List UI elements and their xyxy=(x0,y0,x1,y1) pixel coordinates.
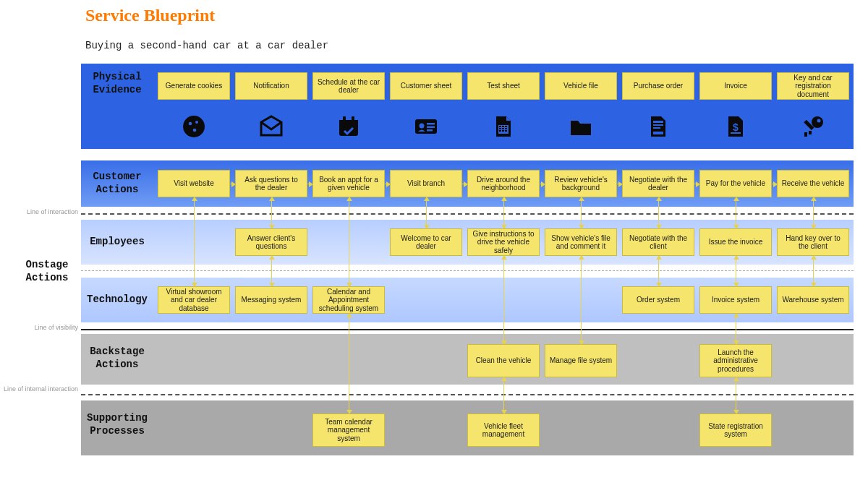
flow-arrow xyxy=(194,197,195,286)
flow-arrow xyxy=(462,184,467,184)
supporting-4: Vehicle fleet management xyxy=(467,413,540,447)
employee-1: Answer client's questions xyxy=(235,228,307,256)
label-onstage: Onstage Actions xyxy=(14,259,80,284)
page-title: Service Blueprint xyxy=(85,6,215,25)
label-customer: Customer Actions xyxy=(81,171,153,196)
supporting-7: State registration system xyxy=(699,413,772,447)
employee-8: Hand key over to the client xyxy=(777,228,849,256)
flow-arrow xyxy=(307,184,312,184)
flow-arrow xyxy=(230,184,235,184)
technology-1: Messaging system xyxy=(235,286,307,314)
service-blueprint-canvas: Service Blueprint Buying a second-hand c… xyxy=(0,0,868,480)
flow-arrow xyxy=(617,184,622,184)
customer-3: Visit branch xyxy=(390,170,462,197)
customer-6: Negotiate with the dealer xyxy=(622,170,694,197)
flow-arrow xyxy=(271,256,272,286)
label-employees: Employees xyxy=(81,236,153,249)
supporting-2: Team calendar management system xyxy=(312,413,385,447)
customer-8: Receive the vehicle xyxy=(777,170,849,197)
cookie-icon xyxy=(179,112,208,141)
flow-arrow xyxy=(736,314,736,344)
label-physical: Physical Evidence xyxy=(81,71,153,96)
flow-arrow xyxy=(736,197,736,228)
employee-4: Give instructions to drive the vehicle s… xyxy=(467,228,540,256)
flow-arrow xyxy=(772,184,777,184)
line-visibility-label: Line of visibility xyxy=(0,325,82,332)
employee-6: Negotiate with the client xyxy=(622,228,694,256)
line-emp-tech-divider xyxy=(81,270,854,271)
technology-0: Virtual showroom and car dealer database xyxy=(158,286,230,314)
flow-arrow xyxy=(503,256,504,344)
physical-3: Customer sheet xyxy=(390,72,462,100)
key-icon xyxy=(799,112,827,141)
flow-arrow xyxy=(503,197,504,228)
flow-arrow xyxy=(736,377,736,413)
physical-8: Key and car registration document xyxy=(777,72,849,100)
physical-7: Invoice xyxy=(699,72,772,100)
flow-arrow xyxy=(813,256,814,286)
flow-arrow xyxy=(540,184,545,184)
line-interaction xyxy=(81,213,854,215)
invoice-icon xyxy=(721,112,750,141)
backstage-7: Launch the administrative procedures xyxy=(699,344,772,377)
envelope-icon xyxy=(257,112,286,141)
folder-icon xyxy=(566,112,595,141)
physical-1: Notification xyxy=(235,72,307,100)
customer-7: Pay for the vehicle xyxy=(699,170,772,197)
physical-2: Schedule at the car dealer xyxy=(312,72,385,100)
sheet-icon xyxy=(489,112,518,141)
flow-arrow xyxy=(658,197,659,228)
flow-arrow xyxy=(736,256,736,286)
flow-arrow xyxy=(349,314,349,413)
employee-7: Issue the invoice xyxy=(699,228,772,256)
physical-6: Purchase order xyxy=(622,72,694,100)
backstage-4: Clean the vehicle xyxy=(467,344,540,377)
flow-arrow xyxy=(503,377,504,413)
physical-0: Generate cookies xyxy=(158,72,230,100)
flow-arrow xyxy=(581,197,582,228)
flow-arrow xyxy=(426,197,427,228)
flow-arrow xyxy=(581,256,582,344)
physical-5: Vehicle file xyxy=(545,72,617,100)
technology-2: Calendar and Appointment scheduling syst… xyxy=(312,286,385,314)
flow-arrow xyxy=(271,197,272,228)
line-interaction-label: Line of interaction xyxy=(0,209,82,216)
technology-8: Warehouse system xyxy=(777,286,849,314)
flow-arrow xyxy=(694,184,699,184)
physical-4: Test sheet xyxy=(467,72,540,100)
line-internal xyxy=(81,394,854,395)
page-subtitle: Buying a second-hand car at a car dealer xyxy=(85,40,328,51)
label-technology: Technology xyxy=(81,293,153,307)
customer-2: Book an appt for a given vehicle xyxy=(312,170,385,197)
flow-arrow xyxy=(349,197,349,286)
idcard-icon xyxy=(412,112,441,141)
employee-3: Welcome to car dealer xyxy=(390,228,462,256)
customer-4: Drive around the neighborhood xyxy=(467,170,540,197)
order-icon xyxy=(644,112,673,141)
employee-5: Show vehicle's file and comment it xyxy=(545,228,617,256)
customer-5: Review vehicle's background xyxy=(545,170,617,197)
technology-7: Invoice system xyxy=(699,286,772,314)
line-internal-label: Line of internal interaction xyxy=(0,386,82,393)
technology-6: Order system xyxy=(622,286,694,314)
customer-1: Ask questions to the dealer xyxy=(235,170,307,197)
backstage-5: Manage file system xyxy=(545,344,617,377)
line-visibility xyxy=(81,329,854,330)
customer-0: Visit website xyxy=(158,170,230,197)
flow-arrow xyxy=(813,197,814,228)
calendar-icon xyxy=(334,112,363,141)
flow-arrow xyxy=(385,184,390,184)
label-supporting: Supporting Processes xyxy=(81,412,153,437)
flow-arrow xyxy=(658,256,659,286)
label-backstage: Backstage Actions xyxy=(81,346,153,371)
